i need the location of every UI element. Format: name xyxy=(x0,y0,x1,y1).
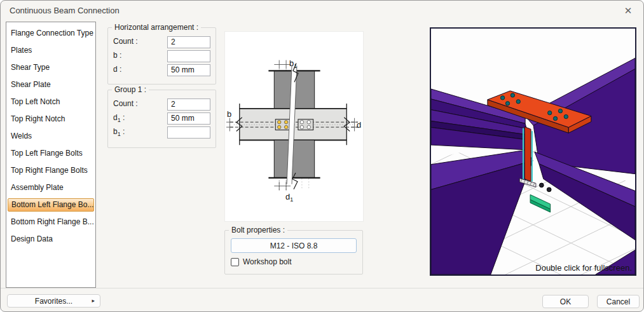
group1-count-label: Count : xyxy=(113,99,167,109)
count-label: Count : xyxy=(113,37,167,47)
sidebar-item-flange-connection-type[interactable]: Flange Connection Type xyxy=(8,27,94,40)
titlebar: Continuous Beam Connection ✕ xyxy=(1,1,643,20)
group1-legend: Group 1 : xyxy=(112,85,149,94)
group1-count-input[interactable] xyxy=(167,98,210,111)
bolt-properties-legend: Bolt properties : xyxy=(229,226,287,234)
sidebar-item-top-left-flange-bolts[interactable]: Top Left Flange Bolts xyxy=(8,147,94,160)
sidebar-item-top-right-notch[interactable]: Top Right Notch xyxy=(8,112,94,126)
schematic-svg: b1 b d d1 xyxy=(225,32,363,220)
sidebar-item-bottom-right-flange-bolts[interactable]: Bottom Right Flange B... xyxy=(8,215,94,229)
b1-input[interactable] xyxy=(167,126,210,139)
sidebar-category-list: Flange Connection Type Plates Shear Type… xyxy=(6,22,96,288)
d1-input[interactable] xyxy=(167,112,210,125)
b-input[interactable] xyxy=(167,50,210,62)
diagram-label-d1: d1 xyxy=(285,192,293,203)
horizontal-arrangement-legend: Horizontal arrangement : xyxy=(112,23,201,32)
connection-schematic-diagram: b1 b d d1 xyxy=(224,31,364,222)
favorites-label: Favorites... xyxy=(35,297,72,306)
dialog-continuous-beam-connection: Continuous Beam Connection ✕ Flange Conn… xyxy=(0,0,644,312)
sidebar-item-welds[interactable]: Welds xyxy=(8,130,94,143)
b1-label: b1 : xyxy=(113,127,167,137)
group1-group: Group 1 : Count : d1 : b1 : xyxy=(107,90,216,148)
d-label: d : xyxy=(113,65,167,75)
window-title: Continuous Beam Connection xyxy=(10,6,120,15)
bolt-properties-group: Bolt properties : M12 - ISO 8.8 Workshop… xyxy=(224,230,363,275)
sidebar-item-design-data[interactable]: Design Data xyxy=(8,233,94,246)
cancel-button[interactable]: Cancel xyxy=(597,295,640,308)
3d-scene xyxy=(431,29,635,275)
favorites-arrow-icon: ▸ xyxy=(92,295,95,307)
sidebar-item-shear-plate[interactable]: Shear Plate xyxy=(8,78,94,92)
diagram-label-d: d xyxy=(357,120,361,130)
sidebar-item-top-right-flange-bolts[interactable]: Top Right Flange Bolts xyxy=(8,164,94,177)
favorites-button[interactable]: Favorites... ▸ xyxy=(7,294,100,308)
horizontal-arrangement-group: Horizontal arrangement : Count : b : d : xyxy=(107,27,216,85)
sidebar-item-assembly-plate[interactable]: Assembly Plate xyxy=(8,181,94,194)
diagram-label-b: b xyxy=(227,109,231,119)
sidebar-item-bottom-left-flange-bolts[interactable]: Bottom Left Flange Bo... xyxy=(8,198,94,212)
sidebar-item-shear-type[interactable]: Shear Type xyxy=(8,61,94,74)
diagram-label-b1: b1 xyxy=(289,58,297,69)
d-input[interactable] xyxy=(167,64,210,76)
sidebar-item-plates[interactable]: Plates xyxy=(8,44,94,57)
ok-button[interactable]: OK xyxy=(542,295,589,308)
footer-divider xyxy=(1,288,643,288)
close-icon[interactable]: ✕ xyxy=(622,4,634,17)
workshop-bolt-label[interactable]: Workshop bolt xyxy=(243,257,291,266)
bolt-spec-button[interactable]: M12 - ISO 8.8 xyxy=(231,238,357,253)
b-label: b : xyxy=(113,51,167,61)
sidebar-item-top-left-notch[interactable]: Top Left Notch xyxy=(8,95,94,109)
workshop-bolt-checkbox[interactable] xyxy=(231,258,239,266)
d1-label: d1 : xyxy=(113,113,167,123)
count-input[interactable] xyxy=(167,36,210,48)
3d-preview-viewer[interactable]: Double click for fullscreen. xyxy=(430,27,636,276)
fullscreen-hint-text: Double click for fullscreen. xyxy=(535,263,632,273)
